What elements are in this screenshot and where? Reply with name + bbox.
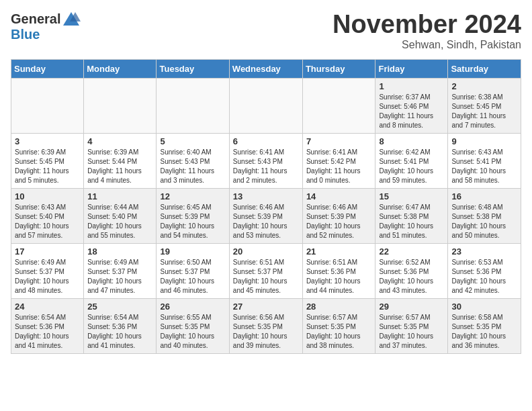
calendar-cell: 13Sunrise: 6:46 AMSunset: 5:39 PMDayligh…: [229, 188, 302, 243]
calendar-cell: 14Sunrise: 6:46 AMSunset: 5:39 PMDayligh…: [302, 188, 375, 243]
day-info: Sunrise: 6:45 AMSunset: 5:39 PMDaylight:…: [160, 203, 225, 240]
calendar-cell: 15Sunrise: 6:47 AMSunset: 5:38 PMDayligh…: [375, 188, 448, 243]
day-info: Sunrise: 6:42 AMSunset: 5:41 PMDaylight:…: [379, 148, 444, 185]
day-header-monday: Monday: [84, 59, 157, 78]
calendar-week-row: 17Sunrise: 6:49 AMSunset: 5:37 PMDayligh…: [11, 243, 521, 298]
day-number: 2: [451, 81, 517, 91]
day-info: Sunrise: 6:46 AMSunset: 5:39 PMDaylight:…: [306, 203, 372, 240]
calendar-cell: 5Sunrise: 6:40 AMSunset: 5:43 PMDaylight…: [157, 133, 229, 188]
day-header-friday: Friday: [375, 59, 448, 78]
calendar-cell: 17Sunrise: 6:49 AMSunset: 5:37 PMDayligh…: [11, 243, 84, 298]
day-info: Sunrise: 6:51 AMSunset: 5:36 PMDaylight:…: [306, 258, 372, 295]
day-info: Sunrise: 6:44 AMSunset: 5:40 PMDaylight:…: [87, 203, 152, 240]
day-number: 17: [15, 246, 80, 257]
calendar-week-row: 10Sunrise: 6:43 AMSunset: 5:40 PMDayligh…: [11, 188, 521, 243]
day-number: 22: [379, 246, 444, 257]
calendar-cell: 18Sunrise: 6:49 AMSunset: 5:37 PMDayligh…: [84, 243, 157, 298]
day-number: 4: [87, 136, 152, 146]
day-number: 15: [379, 191, 444, 201]
page-header: General Blue November 2024 Sehwan, Sindh…: [11, 11, 521, 51]
day-info: Sunrise: 6:41 AMSunset: 5:42 PMDaylight:…: [306, 148, 372, 185]
day-header-tuesday: Tuesday: [157, 59, 229, 78]
day-info: Sunrise: 6:53 AMSunset: 5:36 PMDaylight:…: [451, 258, 517, 295]
calendar-cell: 12Sunrise: 6:45 AMSunset: 5:39 PMDayligh…: [157, 188, 229, 243]
day-number: 11: [87, 191, 152, 201]
day-info: Sunrise: 6:41 AMSunset: 5:43 PMDaylight:…: [233, 148, 299, 185]
calendar-week-row: 3Sunrise: 6:39 AMSunset: 5:45 PMDaylight…: [11, 133, 521, 188]
day-info: Sunrise: 6:47 AMSunset: 5:38 PMDaylight:…: [379, 203, 444, 240]
day-info: Sunrise: 6:58 AMSunset: 5:35 PMDaylight:…: [451, 313, 517, 351]
calendar-cell: 6Sunrise: 6:41 AMSunset: 5:43 PMDaylight…: [229, 133, 302, 188]
day-number: 24: [15, 302, 80, 312]
calendar-cell: [157, 78, 229, 133]
calendar-week-row: 24Sunrise: 6:54 AMSunset: 5:36 PMDayligh…: [11, 298, 521, 353]
calendar-header-row: SundayMondayTuesdayWednesdayThursdayFrid…: [11, 59, 521, 78]
calendar-cell: 23Sunrise: 6:53 AMSunset: 5:36 PMDayligh…: [448, 243, 521, 298]
calendar-cell: [11, 78, 84, 133]
day-number: 13: [233, 191, 299, 201]
day-number: 30: [451, 302, 517, 312]
day-number: 18: [87, 246, 152, 257]
day-info: Sunrise: 6:49 AMSunset: 5:37 PMDaylight:…: [15, 258, 80, 295]
calendar-cell: 30Sunrise: 6:58 AMSunset: 5:35 PMDayligh…: [448, 298, 521, 353]
calendar-cell: 10Sunrise: 6:43 AMSunset: 5:40 PMDayligh…: [11, 188, 84, 243]
calendar-cell: [84, 78, 157, 133]
day-info: Sunrise: 6:55 AMSunset: 5:35 PMDaylight:…: [160, 313, 225, 351]
day-info: Sunrise: 6:56 AMSunset: 5:35 PMDaylight:…: [233, 313, 299, 351]
calendar-week-row: 1Sunrise: 6:37 AMSunset: 5:46 PMDaylight…: [11, 78, 521, 133]
calendar-cell: 8Sunrise: 6:42 AMSunset: 5:41 PMDaylight…: [375, 133, 448, 188]
day-number: 14: [306, 191, 372, 201]
day-info: Sunrise: 6:54 AMSunset: 5:36 PMDaylight:…: [15, 313, 80, 351]
day-number: 28: [306, 302, 372, 312]
calendar-cell: 28Sunrise: 6:57 AMSunset: 5:35 PMDayligh…: [302, 298, 375, 353]
calendar-table: SundayMondayTuesdayWednesdayThursdayFrid…: [11, 59, 521, 354]
day-info: Sunrise: 6:57 AMSunset: 5:35 PMDaylight:…: [379, 313, 444, 351]
calendar-cell: 3Sunrise: 6:39 AMSunset: 5:45 PMDaylight…: [11, 133, 84, 188]
calendar-cell: 21Sunrise: 6:51 AMSunset: 5:36 PMDayligh…: [302, 243, 375, 298]
day-info: Sunrise: 6:39 AMSunset: 5:44 PMDaylight:…: [87, 148, 152, 185]
logo: General Blue: [11, 11, 81, 42]
day-number: 3: [15, 136, 80, 146]
day-info: Sunrise: 6:57 AMSunset: 5:35 PMDaylight:…: [306, 313, 372, 351]
calendar-cell: 19Sunrise: 6:50 AMSunset: 5:37 PMDayligh…: [157, 243, 229, 298]
day-header-sunday: Sunday: [11, 59, 84, 78]
day-info: Sunrise: 6:50 AMSunset: 5:37 PMDaylight:…: [160, 258, 225, 295]
day-info: Sunrise: 6:43 AMSunset: 5:41 PMDaylight:…: [451, 148, 517, 185]
day-number: 20: [233, 246, 299, 257]
day-header-wednesday: Wednesday: [229, 59, 302, 78]
calendar-cell: 4Sunrise: 6:39 AMSunset: 5:44 PMDaylight…: [84, 133, 157, 188]
calendar-cell: 25Sunrise: 6:54 AMSunset: 5:36 PMDayligh…: [84, 298, 157, 353]
calendar-cell: 7Sunrise: 6:41 AMSunset: 5:42 PMDaylight…: [302, 133, 375, 188]
day-number: 6: [233, 136, 299, 146]
logo-blue-text: Blue: [11, 27, 40, 42]
calendar-cell: 2Sunrise: 6:38 AMSunset: 5:45 PMDaylight…: [448, 78, 521, 133]
calendar-cell: 29Sunrise: 6:57 AMSunset: 5:35 PMDayligh…: [375, 298, 448, 353]
calendar-cell: 20Sunrise: 6:51 AMSunset: 5:37 PMDayligh…: [229, 243, 302, 298]
day-number: 25: [87, 302, 152, 312]
day-info: Sunrise: 6:39 AMSunset: 5:45 PMDaylight:…: [15, 148, 80, 185]
day-number: 7: [306, 136, 372, 146]
day-number: 19: [160, 246, 225, 257]
day-number: 21: [306, 246, 372, 257]
calendar-cell: 11Sunrise: 6:44 AMSunset: 5:40 PMDayligh…: [84, 188, 157, 243]
calendar-cell: 16Sunrise: 6:48 AMSunset: 5:38 PMDayligh…: [448, 188, 521, 243]
day-number: 5: [160, 136, 225, 146]
day-header-thursday: Thursday: [302, 59, 375, 78]
calendar-cell: 22Sunrise: 6:52 AMSunset: 5:36 PMDayligh…: [375, 243, 448, 298]
day-number: 23: [451, 246, 517, 257]
day-info: Sunrise: 6:37 AMSunset: 5:46 PMDaylight:…: [379, 93, 444, 130]
calendar-cell: 9Sunrise: 6:43 AMSunset: 5:41 PMDaylight…: [448, 133, 521, 188]
day-number: 27: [233, 302, 299, 312]
day-number: 12: [160, 191, 225, 201]
day-number: 29: [379, 302, 444, 312]
calendar-cell: 24Sunrise: 6:54 AMSunset: 5:36 PMDayligh…: [11, 298, 84, 353]
location-text: Sehwan, Sindh, Pakistan: [332, 39, 521, 51]
day-info: Sunrise: 6:48 AMSunset: 5:38 PMDaylight:…: [451, 203, 517, 240]
day-info: Sunrise: 6:46 AMSunset: 5:39 PMDaylight:…: [233, 203, 299, 240]
day-info: Sunrise: 6:43 AMSunset: 5:40 PMDaylight:…: [15, 203, 80, 240]
day-header-saturday: Saturday: [448, 59, 521, 78]
calendar-cell: 1Sunrise: 6:37 AMSunset: 5:46 PMDaylight…: [375, 78, 448, 133]
calendar-cell: [302, 78, 375, 133]
calendar-cell: 26Sunrise: 6:55 AMSunset: 5:35 PMDayligh…: [157, 298, 229, 353]
day-info: Sunrise: 6:52 AMSunset: 5:36 PMDaylight:…: [379, 258, 444, 295]
